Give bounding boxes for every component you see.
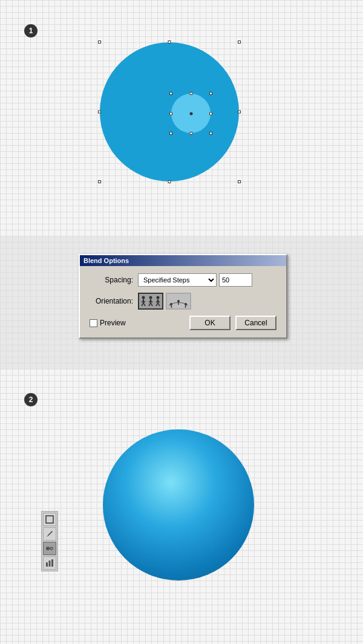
svg-line-26 bbox=[171, 305, 172, 308]
pen-tool-btn[interactable] bbox=[43, 527, 56, 541]
svg-rect-5 bbox=[49, 561, 51, 567]
spacing-label: Spacing: bbox=[90, 276, 138, 284]
svg-point-2 bbox=[50, 547, 53, 550]
orientation-row: Orientation: bbox=[90, 293, 276, 310]
small-circle-container bbox=[171, 94, 211, 133]
svg-line-9 bbox=[142, 303, 143, 306]
blend-tool-btn[interactable] bbox=[43, 542, 56, 555]
sphere-result bbox=[103, 429, 254, 581]
handle-top-left[interactable] bbox=[98, 41, 101, 44]
step-badge-2: 2 bbox=[24, 393, 38, 406]
ok-button[interactable]: OK bbox=[189, 316, 231, 330]
preview-checkbox[interactable] bbox=[90, 319, 97, 327]
svg-point-19 bbox=[157, 296, 160, 299]
svg-rect-4 bbox=[46, 562, 48, 567]
svg-line-15 bbox=[149, 303, 151, 306]
toolbox bbox=[41, 511, 58, 571]
handle-bottom-left[interactable] bbox=[98, 180, 101, 183]
rectangle-tool-btn[interactable] bbox=[43, 513, 56, 526]
preview-group: Preview bbox=[90, 319, 126, 327]
handle-bottom[interactable] bbox=[168, 180, 171, 183]
dialog-title: Blend Options bbox=[83, 257, 129, 264]
dialog-titlebar[interactable]: Blend Options bbox=[80, 255, 286, 266]
svg-point-1 bbox=[46, 547, 50, 550]
svg-line-16 bbox=[151, 303, 152, 306]
svg-line-10 bbox=[143, 303, 145, 306]
dialog-body: Spacing: Specified Steps Orientation: bbox=[80, 266, 286, 337]
center-dot bbox=[189, 112, 192, 115]
small-handle-bl[interactable] bbox=[169, 132, 172, 135]
orientation-label: Orientation: bbox=[90, 297, 138, 305]
svg-point-29 bbox=[185, 303, 187, 305]
bottom-canvas: 2 bbox=[0, 369, 363, 644]
svg-rect-6 bbox=[51, 559, 53, 567]
orient-path-btn[interactable] bbox=[166, 293, 191, 310]
step-badge-1: 1 bbox=[24, 24, 38, 37]
dialog-bottom-row: Preview OK Cancel bbox=[90, 316, 276, 330]
handle-top[interactable] bbox=[168, 41, 171, 44]
svg-line-21 bbox=[156, 303, 158, 306]
svg-point-7 bbox=[142, 296, 145, 299]
svg-line-30 bbox=[185, 305, 186, 308]
handle-top-right[interactable] bbox=[238, 41, 241, 44]
orient-page-btn[interactable] bbox=[138, 293, 163, 310]
preview-label: Preview bbox=[100, 319, 126, 327]
svg-rect-0 bbox=[46, 516, 53, 523]
svg-line-22 bbox=[158, 303, 160, 306]
dialog-section: Blend Options Spacing: Specified Steps O… bbox=[0, 236, 363, 369]
spacing-row: Spacing: Specified Steps bbox=[90, 273, 276, 287]
small-handle-top[interactable] bbox=[189, 92, 192, 95]
svg-point-13 bbox=[149, 296, 152, 299]
small-handle-left[interactable] bbox=[169, 112, 172, 115]
blend-options-dialog: Blend Options Spacing: Specified Steps O… bbox=[79, 254, 287, 339]
svg-point-27 bbox=[177, 300, 180, 302]
spacing-select[interactable]: Specified Steps bbox=[138, 273, 217, 287]
spacing-value-input[interactable] bbox=[219, 273, 252, 287]
chart-tool-btn[interactable] bbox=[43, 556, 56, 570]
svg-point-25 bbox=[170, 303, 172, 305]
cancel-button[interactable]: Cancel bbox=[235, 316, 276, 330]
handle-right[interactable] bbox=[238, 111, 241, 114]
dialog-buttons: OK Cancel bbox=[189, 316, 276, 330]
small-handle-tr[interactable] bbox=[209, 92, 212, 95]
small-handle-br[interactable] bbox=[209, 132, 212, 135]
small-handle-bottom[interactable] bbox=[189, 132, 192, 135]
handle-bottom-right[interactable] bbox=[238, 180, 241, 183]
small-handle-tl[interactable] bbox=[169, 92, 172, 95]
small-handle-right[interactable] bbox=[209, 112, 212, 115]
orientation-group bbox=[138, 293, 191, 310]
top-canvas: 1 bbox=[0, 0, 363, 236]
handle-left[interactable] bbox=[98, 111, 101, 114]
